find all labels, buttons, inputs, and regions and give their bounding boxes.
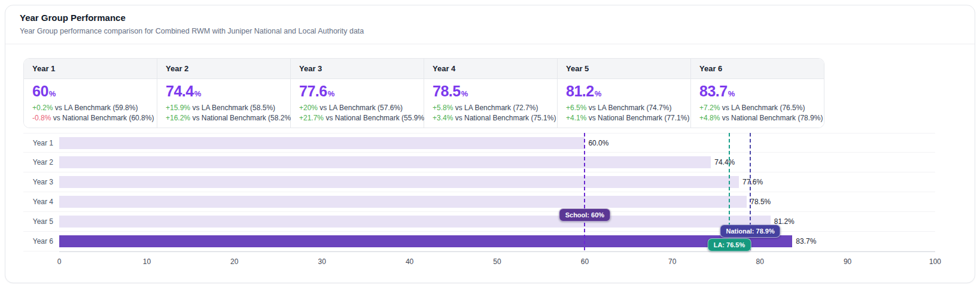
bar-value-label: 81.2% — [771, 217, 795, 226]
national-benchmark-line: +3.4% vs National Benchmark (75.1%) — [433, 114, 549, 123]
bar-year-1[interactable] — [59, 137, 585, 149]
la-delta: +0.2% — [32, 104, 53, 112]
bar-value-label: 74.4% — [711, 158, 735, 166]
row-track: 77.6% — [59, 172, 935, 192]
year-card-title: Year 2 — [157, 59, 290, 79]
page-subtitle: Year Group performance comparison for Co… — [20, 27, 960, 35]
year-card-4: Year 478.5%+5.8% vs LA Benchmark (72.7%)… — [424, 59, 558, 128]
bar-value-label: 60.0% — [585, 139, 608, 147]
chart-row-5: Year 581.2% — [23, 212, 935, 232]
axis-tick-label: 60 — [581, 257, 589, 266]
page-title: Year Group Performance — [20, 13, 960, 23]
bar-year-2[interactable] — [59, 156, 711, 168]
row-track: 83.7% — [59, 232, 935, 251]
national-benchmark-line: +21.7% vs National Benchmark (55.9%) — [299, 114, 415, 123]
x-axis: 0102030405060708090100 — [59, 251, 935, 269]
year-card-body: 74.4%+15.9% vs LA Benchmark (58.5%)+16.2… — [157, 79, 290, 128]
panel-content: Year 160%+0.2% vs LA Benchmark (59.8%)-0… — [5, 44, 975, 269]
year-card-3: Year 377.6%+20% vs LA Benchmark (57.6%)+… — [291, 59, 424, 128]
percent-sign: % — [49, 89, 56, 98]
bar-value-label: 77.6% — [739, 178, 763, 186]
bar-year-6[interactable] — [59, 235, 792, 247]
national-benchmark-line: -0.8% vs National Benchmark (60.8%) — [32, 114, 148, 123]
year-card-body: 60%+0.2% vs LA Benchmark (59.8%)-0.8% vs… — [24, 79, 157, 128]
row-label: Year 1 — [23, 134, 59, 152]
year-card-title: Year 6 — [691, 59, 824, 79]
national-benchmark-line: +4.8% vs National Benchmark (78.9%) — [699, 114, 816, 123]
axis-tick-label: 0 — [57, 257, 62, 266]
year-card-title: Year 4 — [424, 59, 557, 79]
la-benchmark-line: +20% vs LA Benchmark (57.6%) — [299, 104, 415, 113]
year-card-5: Year 581.2%+6.5% vs LA Benchmark (74.7%)… — [558, 59, 691, 128]
bar-value-label: 83.7% — [792, 237, 816, 245]
row-label: Year 3 — [23, 172, 59, 192]
year-card-value: 77.6% — [299, 83, 415, 102]
bar-value-label: 78.5% — [747, 198, 771, 206]
la-delta: +20% — [299, 104, 318, 112]
year-card-body: 81.2%+6.5% vs LA Benchmark (74.7%)+4.1% … — [558, 79, 690, 128]
la-benchmark-line: +15.9% vs LA Benchmark (58.5%) — [166, 104, 282, 113]
bar-year-4[interactable] — [59, 196, 747, 208]
year-card-title: Year 1 — [24, 59, 157, 79]
la-delta: +5.8% — [433, 104, 453, 112]
axis-tick-label: 70 — [668, 257, 676, 266]
year-card-value: 74.4% — [166, 83, 282, 102]
row-track: 60.0% — [59, 134, 935, 152]
chart-row-2: Year 274.4% — [23, 153, 935, 172]
year-card-title: Year 3 — [291, 59, 424, 79]
year-card-value: 83.7% — [699, 83, 816, 102]
row-label: Year 2 — [23, 153, 59, 172]
percent-sign: % — [595, 89, 601, 98]
percent-sign: % — [328, 89, 334, 98]
axis-tick-label: 90 — [844, 257, 851, 266]
axis-tick-label: 30 — [318, 257, 326, 266]
chart-row-3: Year 377.6% — [23, 172, 935, 192]
nat-delta: +21.7% — [299, 114, 324, 122]
axis-tick-label: 40 — [406, 257, 413, 266]
year-card-1: Year 160%+0.2% vs LA Benchmark (59.8%)-0… — [24, 59, 157, 128]
nat-delta: -0.8% — [32, 114, 51, 122]
row-label: Year 4 — [23, 192, 59, 211]
axis-tick-label: 100 — [929, 257, 941, 266]
year-card-6: Year 683.7%+7.2% vs LA Benchmark (76.5%)… — [691, 59, 824, 128]
nat-delta: +16.2% — [166, 114, 190, 122]
bar-year-3[interactable] — [59, 176, 739, 188]
year-card-body: 77.6%+20% vs LA Benchmark (57.6%)+21.7% … — [291, 79, 424, 128]
year-card-value: 60% — [32, 83, 148, 102]
la-benchmark-line: +5.8% vs LA Benchmark (72.7%) — [433, 104, 549, 113]
year-card-value: 78.5% — [433, 83, 549, 102]
row-track: 78.5% — [59, 192, 935, 211]
year-group-performance-panel: Year Group Performance Year Group perfor… — [5, 5, 975, 283]
year-card-body: 78.5%+5.8% vs LA Benchmark (72.7%)+3.4% … — [424, 79, 557, 128]
percent-sign: % — [194, 89, 201, 98]
la-delta: +7.2% — [699, 104, 720, 112]
la-benchmark-line: +7.2% vs LA Benchmark (76.5%) — [699, 104, 816, 113]
year-card-title: Year 5 — [558, 59, 690, 79]
year-card-2: Year 274.4%+15.9% vs LA Benchmark (58.5%… — [157, 59, 291, 128]
chart-row-4: Year 478.5% — [23, 192, 935, 212]
row-label: Year 6 — [23, 232, 59, 251]
year-card-value: 81.2% — [566, 83, 682, 102]
national-benchmark-line: +4.1% vs National Benchmark (77.1%) — [566, 114, 682, 123]
la-benchmark-line: +0.2% vs LA Benchmark (59.8%) — [32, 104, 148, 113]
axis-tick-label: 20 — [230, 257, 238, 266]
nat-delta: +3.4% — [433, 114, 453, 122]
year-cards: Year 160%+0.2% vs LA Benchmark (59.8%)-0… — [23, 58, 824, 128]
nat-delta: +4.1% — [566, 114, 586, 122]
la-delta: +6.5% — [566, 104, 586, 112]
national-benchmark-line: +16.2% vs National Benchmark (58.2%) — [166, 114, 282, 123]
percent-sign: % — [728, 89, 735, 98]
axis-tick-label: 10 — [143, 257, 151, 266]
year-group-bar-chart: Year 160.0%Year 274.4%Year 377.6%Year 47… — [23, 133, 935, 269]
row-label: Year 5 — [23, 212, 59, 231]
year-card-body: 83.7%+7.2% vs LA Benchmark (76.5%)+4.8% … — [691, 79, 824, 128]
row-track: 74.4% — [59, 153, 935, 172]
row-track: 81.2% — [59, 212, 935, 231]
percent-sign: % — [461, 89, 468, 98]
panel-header: Year Group Performance Year Group perfor… — [5, 5, 975, 44]
axis-tick-label: 50 — [493, 257, 501, 266]
la-benchmark-line: +6.5% vs LA Benchmark (74.7%) — [566, 104, 682, 113]
bar-year-5[interactable] — [59, 216, 771, 228]
chart-row-6: Year 683.7% — [23, 232, 935, 251]
nat-delta: +4.8% — [699, 114, 720, 122]
